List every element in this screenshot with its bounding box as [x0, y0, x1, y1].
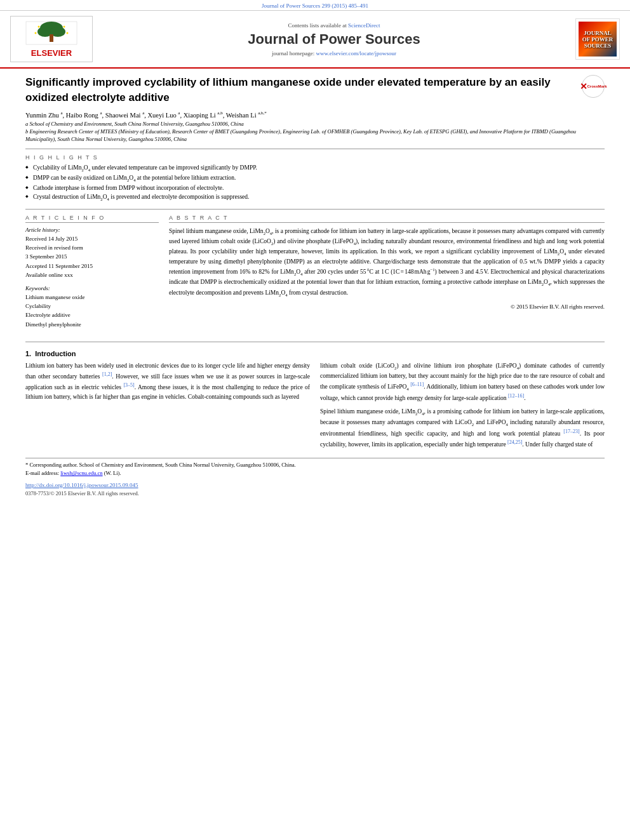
keyword-that: that [356, 279, 365, 285]
divider-1 [25, 149, 605, 149]
svg-point-6 [64, 26, 65, 28]
intro-col-left: Lithium ion battery has been widely used… [25, 361, 310, 453]
homepage-label: journal homepage: [272, 50, 314, 57]
accepted-date: Accepted 11 September 2015 [25, 262, 159, 270]
highlight-item-1: Cyclability of LiMn2O4 under elevated te… [25, 163, 605, 173]
abstract-text: Spinel lithium manganese oxide, LiMn2O4,… [169, 227, 605, 298]
journal-header: ELSEVIER Contents lists available at Sci… [0, 11, 630, 69]
contents-text: Contents lists available at [288, 22, 347, 29]
science-direct-link[interactable]: ScienceDirect [348, 22, 380, 29]
intro-section-title: 1. Introduction [25, 350, 605, 357]
highlights-label: H I G H L I G H T S [25, 154, 605, 161]
doi-link[interactable]: http://dx.doi.org/10.1016/j.jpowsour.201… [25, 482, 138, 488]
authors-line: Yunmin Zhu a, Haibo Rong a, Shaowei Mai … [25, 110, 605, 119]
article-history-group: Article history: Received 14 July 2015 R… [25, 227, 159, 280]
intro-section-number: 1. [25, 350, 31, 357]
received-revised: Received in revised form3 September 2015 [25, 243, 159, 262]
elsevier-logo: ELSEVIER [10, 16, 93, 62]
jps-logo-image: JOURNALOF POWERSOURCES [579, 22, 617, 57]
journal-reference-bar: Journal of Power Sources 299 (2015) 485–… [0, 0, 630, 11]
highlights-section: H I G H L I G H T S Cyclability of LiMn2… [25, 154, 605, 203]
intro-cols: Lithium ion battery has been widely used… [25, 361, 605, 453]
keyword-2: Cyclability [25, 302, 159, 310]
history-title: Article history: [25, 227, 159, 233]
footer-bar: http://dx.doi.org/10.1016/j.jpowsour.201… [25, 481, 605, 498]
issn-text: 0378-7753/© 2015 Elsevier B.V. All right… [25, 490, 139, 497]
received-date: Received 14 July 2015 [25, 234, 159, 243]
intro-section-label: Introduction [35, 350, 76, 357]
corresponding-author-note: * Corresponding author. School of Chemis… [25, 461, 605, 469]
article-title: Significantly improved cyclability of li… [25, 75, 575, 105]
article-info-abstract-cols: A R T I C L E I N F O Article history: R… [25, 215, 605, 335]
journal-header-center: Contents lists available at ScienceDirec… [93, 22, 575, 57]
abstract-label: A B S T R A C T [169, 215, 605, 223]
footnote-area: * Corresponding author. School of Chemis… [25, 458, 605, 498]
intro-para-3: Spinel lithium manganese oxide, LiMn2O4,… [320, 407, 605, 449]
abstract-col: A B S T R A C T Spinel lithium manganese… [169, 215, 605, 335]
highlight-item-3: Cathode interphase is formed from DMPP w… [25, 183, 605, 192]
svg-point-5 [38, 26, 40, 28]
divider-3 [25, 342, 605, 342]
available-online: Available online xxx [25, 270, 159, 279]
email-note: E-mail address: liwsh@scnu.edu.cn (W. Li… [25, 469, 605, 477]
homepage-url[interactable]: www.elsevier.com/locate/jpowsour [316, 50, 396, 57]
keyword-3: Electrolyte additive [25, 310, 159, 319]
intro-para-2: lithium cobalt oxide (LiCoO2) and olivin… [320, 361, 605, 403]
introduction-section: 1. Introduction Lithium ion battery has … [25, 350, 605, 453]
article-info-label: A R T I C L E I N F O [25, 215, 159, 223]
affiliations: a School of Chemistry and Environment, S… [25, 121, 605, 143]
affiliation-a: a School of Chemistry and Environment, S… [25, 121, 605, 128]
article-content: Significantly improved cyclability of li… [0, 69, 630, 508]
crossmark-logo: ✕CrossMark [582, 75, 605, 98]
highlight-item-2: DMPP can be easily oxidized on LiMn2O4 a… [25, 173, 605, 183]
keywords-title: Keywords: [25, 285, 159, 291]
affiliation-b: b Engineering Research Center of MTEES (… [25, 128, 605, 143]
svg-point-8 [67, 32, 69, 34]
journal-volume-text: Journal of Power Sources 299 (2015) 485–… [262, 3, 368, 9]
svg-point-7 [35, 32, 37, 34]
keyword-4: Dimethyl phenylphonite [25, 320, 159, 329]
divider-2 [25, 209, 605, 210]
elsevier-wordmark: ELSEVIER [31, 48, 72, 58]
article-info-col: A R T I C L E I N F O Article history: R… [25, 215, 159, 335]
keyword-1: Lithium manganese oxide [25, 293, 159, 302]
article-title-section: Significantly improved cyclability of li… [25, 75, 605, 105]
journal-title: Journal of Power Sources [93, 31, 575, 48]
email-link[interactable]: liwsh@scnu.edu.cn [60, 470, 102, 476]
highlight-item-4: Crystal destruction of LiMn2O4 is preven… [25, 192, 605, 203]
copyright-text: © 2015 Elsevier B.V. All rights reserved… [169, 303, 605, 310]
svg-rect-4 [50, 34, 53, 42]
intro-col-right: lithium cobalt oxide (LiCoO2) and olivin… [320, 361, 605, 453]
elsevier-emblem-svg [23, 20, 80, 46]
journal-logo-right: JOURNALOF POWERSOURCES [575, 18, 620, 60]
science-direct-line: Contents lists available at ScienceDirec… [93, 22, 575, 29]
keywords-group: Keywords: Lithium manganese oxide Cyclab… [25, 285, 159, 330]
journal-homepage-line: journal homepage: www.elsevier.com/locat… [93, 50, 575, 57]
intro-para-1: Lithium ion battery has been widely used… [25, 361, 310, 401]
